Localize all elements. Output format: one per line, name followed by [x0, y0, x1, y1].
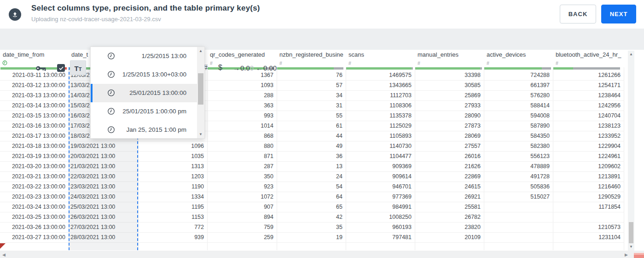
clock-icon [107, 89, 115, 99]
clock-icon [107, 107, 115, 117]
decrease-decimal-button[interactable]: ←0.00 [256, 60, 277, 75]
column-header[interactable]: bluetooth_active_24_hr_ [556, 51, 622, 60]
clock-icon [107, 70, 115, 80]
currency-type-button[interactable]: $ [218, 60, 222, 75]
table-cell: 2021-03-20 13:00:00 [1, 161, 65, 171]
dropdown-item[interactable]: Jan 25, 2015 1:00 pm [91, 121, 197, 139]
dropdown-item[interactable]: 1/25/2015 13:00+03:00 [91, 65, 197, 84]
column-header[interactable]: date_time_from [3, 51, 67, 60]
dropdown-scrollbar-thumb[interactable] [198, 73, 203, 105]
table-cell: 584350 [485, 131, 550, 141]
column-header[interactable]: nzbn_registered_busine [279, 51, 344, 60]
selected-item-bar [91, 84, 93, 102]
table-cell: 2021-03-23 13:00:00 [1, 192, 65, 202]
scroll-left-arrow[interactable]: ◀ [2, 252, 6, 257]
wizard-header: Select columns type, precision, and the … [0, 0, 644, 29]
scroll-up-arrow[interactable]: ▲ [628, 52, 634, 56]
dropdown-item-selected[interactable]: 25/01/2015 13:00:00 [91, 84, 197, 102]
table-cell: 1334 [139, 192, 204, 202]
arrow-right-icon: → [233, 64, 240, 72]
table-cell: 28069 [416, 131, 481, 141]
table-cell: 505836 [485, 182, 550, 192]
column-header[interactable]: active_devices [487, 51, 551, 60]
column-header[interactable]: scans [348, 51, 413, 60]
table-cell: 1261266 [554, 70, 621, 80]
table-cell: 25869 [416, 90, 481, 100]
table-cell: 26016 [416, 151, 481, 161]
table-cell: 478889 [485, 161, 550, 171]
text-type-button[interactable]: TT [70, 60, 86, 75]
column-separator [484, 67, 484, 250]
table-cell: 984991 [347, 202, 412, 212]
table-cell: 24/03/2021 13:00 [70, 192, 135, 202]
table-cell: 1153 [139, 212, 204, 222]
dropdown-item-label: 1/25/2015 13:00 [141, 47, 186, 65]
horizontal-scrollbar[interactable]: ◀ ▶ [0, 251, 644, 258]
column-quality-bar-green [553, 67, 573, 70]
number-type-mark: # [487, 60, 489, 67]
dropdown-scrollbar[interactable]: ▲ ▼ [197, 47, 204, 138]
table-cell: 20109 [416, 232, 481, 242]
table-cell: 27873 [416, 121, 481, 131]
include-column-checkbox[interactable] [57, 64, 65, 72]
column-quality-bar-green [277, 67, 334, 70]
table-cell: 1104477 [347, 151, 412, 161]
table-cell: 2021-03-21 13:00:00 [1, 171, 65, 182]
text-type-large-t: T [75, 65, 79, 72]
column-quality-bar-gray [412, 67, 413, 70]
column-separator [415, 67, 415, 250]
table-cell: 1190 [139, 182, 204, 192]
datetime-type-icon [2, 60, 7, 67]
table-cell: 772 [139, 222, 204, 232]
table-cell: 946701 [347, 182, 412, 192]
vertical-scrollbar-thumb[interactable] [629, 222, 633, 243]
table-cell: 34 [278, 90, 342, 100]
column-quality-bar-gray [334, 67, 343, 70]
number-type-mark: # [556, 60, 558, 67]
table-cell: 1469575 [347, 70, 412, 80]
primary-key-icon[interactable] [36, 65, 46, 73]
scroll-down-arrow[interactable]: ▼ [197, 132, 204, 136]
increase-decimal-value: 0.0 [240, 64, 250, 72]
vertical-scrollbar[interactable]: ▲ ▼ [628, 51, 634, 251]
dropdown-item-label: Jan 25, 2015 1:00 pm [126, 121, 186, 139]
scrollbar-corner [634, 253, 644, 258]
back-button[interactable]: BACK [560, 5, 596, 23]
table-cell: 894 [208, 212, 273, 222]
table-cell: 1072 [208, 192, 273, 202]
table-cell: 909614 [347, 171, 412, 182]
column-separator [69, 67, 69, 250]
table-cell: 27557 [416, 141, 481, 151]
increase-decimal-faded-digit: 0 [250, 64, 254, 72]
table-cell: 2021-03-27 13:00:00 [1, 232, 65, 242]
table-cell: 515027 [485, 192, 550, 202]
table-cell: 26782 [416, 212, 481, 222]
table-cell: 2021-03-26 13:00:00 [1, 222, 65, 232]
next-button[interactable]: NEXT [601, 5, 636, 23]
scroll-right-arrow[interactable]: ▶ [625, 252, 628, 257]
table-cell: 65 [278, 202, 342, 212]
table-cell: 26921 [416, 192, 481, 202]
table-cell: 1096 [139, 141, 204, 151]
table-cell: 259 [208, 232, 273, 242]
table-cell: 1213891 [554, 171, 621, 182]
increase-decimal-button[interactable]: →0.00 [233, 60, 254, 75]
column-header[interactable]: qr_codes_generated [210, 51, 275, 60]
upload-filename-subtitle: Uploading nz-covid-tracer-usage-2021-03-… [31, 16, 161, 23]
dropdown-item[interactable]: 25/01/2015 1:00:00 pm [91, 102, 197, 121]
check-icon [58, 65, 64, 71]
column-quality-bar-gray [573, 67, 620, 70]
datetime-format-dropdown: 1/25/2015 13:001/25/2015 13:00+03:0025/0… [90, 47, 205, 139]
table-cell: 64 [278, 192, 342, 202]
table-cell: 909369 [347, 161, 412, 171]
table-cell: 2021-03-11 13:00:00 [1, 70, 65, 80]
column-header[interactable]: manual_entries [418, 51, 482, 60]
table-cell: 35 [278, 222, 342, 232]
table-cell: 24615 [416, 182, 481, 192]
table-cell: 1313 [139, 161, 204, 171]
scroll-down-arrow[interactable]: ▼ [628, 245, 634, 249]
dropdown-item[interactable]: 1/25/2015 13:00 [91, 47, 197, 65]
scroll-up-arrow[interactable]: ▲ [197, 49, 204, 53]
upload-icon [9, 8, 21, 21]
table-cell: 36 [278, 151, 342, 161]
